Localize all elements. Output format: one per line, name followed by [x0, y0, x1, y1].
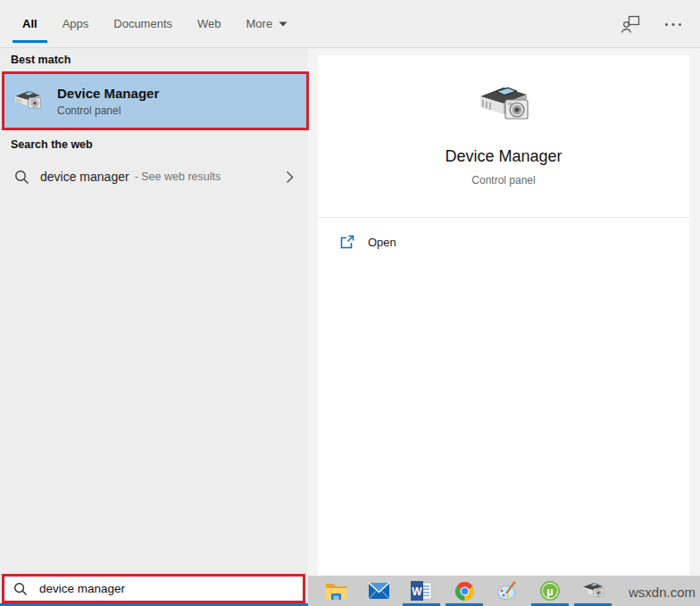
watermark-text: wsxdn.com — [629, 585, 696, 600]
preview-title: Device Manager — [318, 147, 689, 166]
divider — [318, 217, 689, 218]
mail-icon — [368, 582, 390, 600]
search-input-value: device manager — [39, 582, 125, 595]
web-suggestion-suffix: - See web results — [135, 170, 221, 183]
file-explorer-icon — [325, 582, 347, 601]
utorrent-icon: µ — [539, 580, 561, 602]
best-match-result-device-manager[interactable]: Device Manager Control panel — [2, 71, 309, 130]
taskbar-utorrent[interactable]: µ — [530, 576, 570, 606]
tab-apps[interactable]: Apps — [51, 0, 101, 47]
open-action[interactable]: Open — [318, 227, 689, 257]
chevron-down-icon — [279, 21, 288, 27]
tab-documents-label: Documents — [113, 17, 172, 30]
open-action-label: Open — [368, 236, 396, 249]
device-manager-icon — [12, 87, 43, 114]
search-results-panel: Best match Device Manager Control panel … — [0, 48, 308, 603]
tab-more-label: More — [246, 17, 273, 30]
search-icon — [13, 582, 28, 596]
ellipsis-icon[interactable] — [664, 22, 682, 27]
best-match-title: Device Manager — [57, 86, 159, 101]
search-filter-bar: All Apps Documents Web More — [0, 0, 700, 48]
paint3d-icon — [496, 580, 518, 602]
search-web-header: Search the web — [11, 138, 93, 151]
taskbar-paint3d[interactable] — [488, 576, 527, 606]
best-match-header: Best match — [11, 54, 71, 66]
feedback-icon[interactable] — [621, 14, 641, 35]
device-manager-icon — [580, 580, 605, 602]
result-preview-panel: Device Manager Control panel Open — [318, 55, 689, 576]
taskbar-word[interactable]: W — [402, 576, 441, 606]
taskbar-file-explorer[interactable] — [316, 576, 355, 606]
filter-tabs: All Apps Documents Web More — [0, 0, 299, 47]
chevron-right-icon[interactable] — [286, 170, 294, 184]
tab-more[interactable]: More — [235, 0, 300, 47]
svg-text:µ: µ — [546, 585, 554, 598]
tab-web[interactable]: Web — [186, 0, 233, 47]
tab-documents[interactable]: Documents — [102, 0, 184, 47]
taskbar: W — [308, 576, 700, 606]
taskbar-chrome[interactable] — [445, 576, 484, 606]
tab-web-label: Web — [197, 17, 221, 30]
web-suggestion-query: device manager — [40, 170, 129, 184]
taskbar-mail[interactable] — [359, 576, 398, 606]
word-icon: W — [411, 581, 432, 601]
tab-all[interactable]: All — [11, 0, 49, 47]
taskbar-device-manager[interactable] — [573, 576, 612, 606]
web-suggestion-row[interactable]: device manager - See web results — [0, 163, 308, 190]
chrome-icon — [454, 581, 475, 602]
tab-apps-label: Apps — [62, 17, 89, 30]
open-icon — [339, 235, 354, 250]
tab-all-label: All — [22, 17, 38, 30]
search-icon — [14, 170, 29, 185]
best-match-subtitle: Control panel — [57, 104, 159, 117]
device-manager-icon — [318, 80, 689, 130]
svg-text:W: W — [412, 585, 422, 598]
preview-subtitle: Control panel — [318, 174, 689, 187]
taskbar-search-input[interactable]: device manager — [2, 574, 305, 603]
